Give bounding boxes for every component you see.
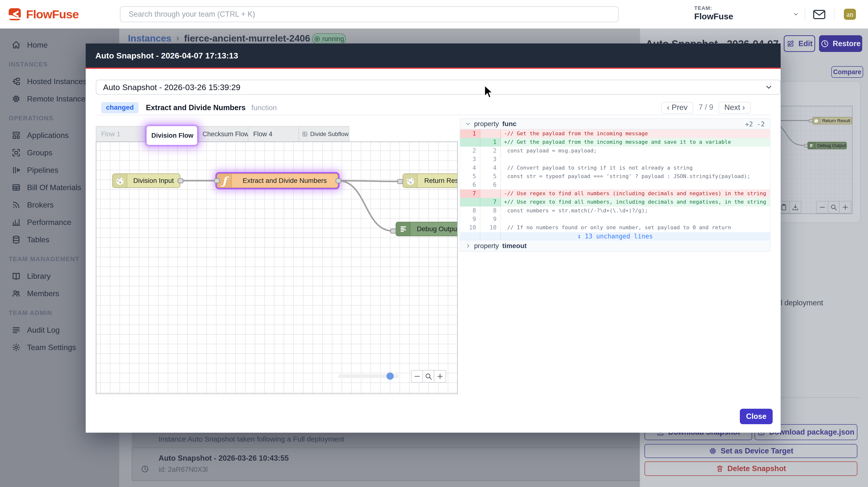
diff-row: 6 6	[460, 181, 770, 189]
diff-code	[501, 181, 770, 189]
diff-code: const numbers = str.match(/-?\d+(\.\d+)?…	[501, 206, 770, 215]
flow-canvas[interactable]: Division Input ƒ Extract and Divide Numb…	[96, 142, 458, 394]
prev-change-button[interactable]: ‹ Prev	[661, 102, 693, 114]
diff-new-line-number: 2	[480, 147, 501, 155]
diff-row: 13 unchanged lines	[460, 232, 770, 240]
play-circle-icon	[314, 36, 320, 42]
app-header: FlowFuse TEAM: FlowFuse an	[0, 0, 868, 29]
close-button[interactable]: Close	[740, 409, 773, 424]
download-flow-button[interactable]	[789, 201, 801, 213]
modal-title: Auto Snapshot - 2026-04-07 17:13:13	[95, 51, 238, 60]
restore-button[interactable]: Restore	[819, 35, 862, 52]
header-divider	[834, 7, 834, 21]
preview-port	[809, 119, 813, 122]
search-input[interactable]	[120, 6, 619, 22]
zoom-in-button[interactable]	[839, 201, 851, 213]
set-device-target-button[interactable]: Set as Device Target	[645, 444, 857, 458]
diff-row: 1 +// Get the payload from the incoming …	[460, 138, 770, 146]
breadcrumb: Instances › fierce-ancient-murrelet-2406	[128, 32, 310, 45]
download-icon	[792, 204, 799, 211]
modal-header: Auto Snapshot - 2026-04-07 17:13:13	[86, 44, 781, 68]
input-port[interactable]	[390, 229, 396, 234]
plus-icon	[842, 204, 849, 211]
flowfuse-logo[interactable]: FlowFuse	[9, 8, 86, 21]
flow-tab-label: Flow 4	[253, 131, 273, 138]
flow-tab[interactable]: Division Flow	[147, 126, 197, 145]
diff-old-line-number: 4	[460, 164, 480, 172]
next-change-button[interactable]: Next ›	[719, 102, 751, 114]
delete-snapshot-button[interactable]: Delete Snapshot	[645, 461, 857, 476]
team-selector[interactable]: FlowFuse	[694, 11, 733, 21]
diff-rows: 1 -// Get the payload from the incoming …	[460, 130, 770, 240]
preview-zoom-toolbar	[816, 201, 851, 213]
changed-node-type: function	[251, 104, 277, 112]
diff-property-func-header[interactable]: property func +2 -2	[460, 118, 770, 130]
flow-tab[interactable]: Flow 4	[248, 126, 299, 142]
change-pager: ‹ Prev 7 / 9 Next ›	[661, 102, 751, 114]
diff-new-line-number: 3	[480, 155, 501, 164]
diff-property-timeout-header[interactable]: property timeout	[460, 240, 770, 252]
zoom-reset-button[interactable]	[828, 201, 839, 213]
magnifier-icon	[830, 204, 837, 211]
diff-new-line-number: 4	[480, 164, 501, 172]
restore-button-label: Restore	[833, 39, 861, 48]
breadcrumb-instances-link[interactable]: Instances	[128, 33, 172, 44]
diff-code: -// Get the payload from the incoming me…	[501, 130, 770, 138]
change-count: 7 / 9	[698, 103, 714, 113]
diff-new-line-number: 10	[480, 224, 501, 232]
preview-node-return-result[interactable]: Return Result	[812, 117, 852, 124]
zoom-reset-button[interactable]	[423, 371, 434, 382]
flow-node-extract-and-divide[interactable]: ƒ Extract and Divide Numbers	[217, 173, 338, 188]
diff-stats: +2 -2	[745, 120, 765, 128]
clock-icon	[141, 465, 149, 473]
sidebar-entry-label: Tables	[27, 235, 50, 244]
preview-port	[804, 144, 808, 147]
zoom-in-button[interactable]	[434, 371, 445, 382]
sidebar-entry-label: OPERATIONS	[9, 115, 53, 122]
flow-node-division-input[interactable]: Division Input	[112, 173, 180, 188]
preview-clipboard-toolbar	[778, 201, 801, 213]
zoom-out-button[interactable]	[817, 201, 828, 213]
sidebar-entry-label: TEAM MANAGEMENT	[9, 255, 80, 263]
input-port[interactable]	[214, 178, 220, 183]
diff-old-line-number: 3	[460, 155, 480, 164]
user-avatar[interactable]: an	[844, 9, 856, 20]
flow-tab[interactable]: Checksum Flow	[197, 126, 248, 142]
snapshot-compare-select[interactable]: Auto Snapshot - 2026-03-26 15:39:29	[96, 80, 781, 95]
input-port[interactable]	[397, 179, 403, 184]
diff-old-line-number: 8	[460, 206, 480, 215]
flow-node-debug-output[interactable]: Debug Output	[396, 222, 458, 236]
compare-button[interactable]: Compare	[831, 66, 863, 78]
sidebar-entry-label: Remote Instances	[27, 94, 89, 104]
sidebar-entry-label: Team Settings	[27, 343, 76, 352]
status-badge-label: running	[322, 35, 344, 43]
diff-new-line-number	[480, 130, 501, 138]
sidebar-entry-label: Groups	[27, 148, 52, 157]
edit-button[interactable]: Edit	[784, 35, 815, 52]
diff-old-line-number: 6	[460, 181, 480, 189]
flow-node-return-result[interactable]: Return Result	[403, 173, 458, 188]
sidebar-entry-label: Hosted Instances	[27, 77, 87, 86]
globe-icon	[814, 119, 818, 123]
clock-icon	[821, 39, 829, 48]
flow-tab[interactable]: Flow 1	[96, 126, 147, 142]
globe-icon	[115, 177, 125, 186]
diff-unchanged-expander[interactable]: 13 unchanged lines	[577, 232, 653, 240]
diff-code: +// Use regex to find all numbers, inclu…	[501, 198, 770, 206]
diff-old-line-number: 9	[460, 215, 480, 224]
sidebar-entry-label: Brokers	[27, 201, 54, 209]
snapshot-row-id: id: 2aR67N0X3l	[159, 465, 208, 474]
zoom-out-button[interactable]	[411, 371, 423, 382]
diff-row: 8 8 const numbers = str.match(/-?\d+(\.\…	[460, 206, 770, 215]
diff-code: const payload = msg.payload;	[501, 147, 770, 155]
team-chevron-down-icon[interactable]	[792, 11, 800, 17]
zoom-slider-handle[interactable]	[386, 372, 394, 380]
diff-row: 2 2 const payload = msg.payload;	[460, 147, 770, 155]
output-port[interactable]	[336, 178, 341, 183]
notifications-mail-icon[interactable]	[813, 10, 826, 19]
sidebar-entry-label: TEAM ADMIN	[9, 309, 52, 317]
changed-node-name: Extract and Divide Numbers	[146, 104, 246, 112]
flow-tab[interactable]: Divide Subflow	[299, 126, 349, 142]
preview-node-debug-output[interactable]: Debug Output	[807, 142, 847, 149]
output-port[interactable]	[178, 178, 183, 183]
